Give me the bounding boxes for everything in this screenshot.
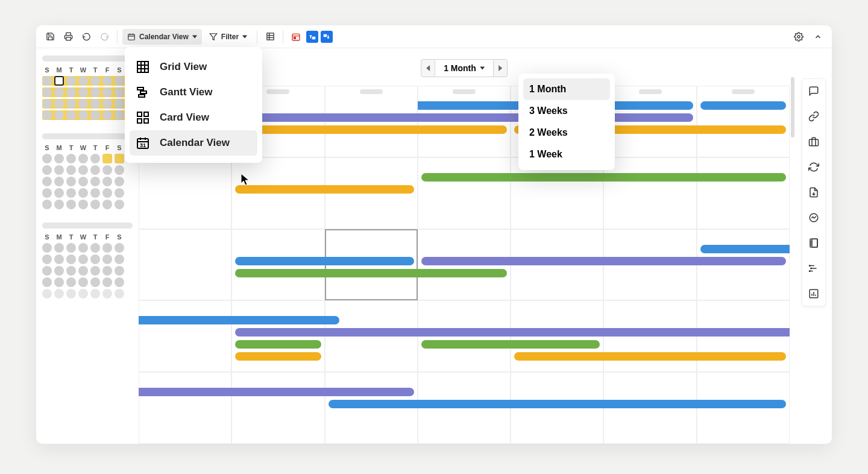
layout-button[interactable] [262, 29, 278, 45]
today-button[interactable] [288, 29, 304, 45]
right-dock [802, 78, 826, 306]
range-dropdown[interactable]: 1 Month [435, 59, 493, 77]
dock-notebook-button[interactable] [805, 235, 822, 251]
grid-view-icon [136, 60, 150, 74]
svg-rect-45 [144, 119, 148, 123]
file-icon [808, 187, 819, 198]
mini-calendar-2[interactable]: S M T W T F S [42, 133, 133, 209]
dow-w: W [78, 144, 88, 151]
save-button[interactable] [42, 29, 58, 45]
caret-down-icon [192, 34, 197, 39]
svg-point-29 [810, 271, 811, 272]
dock-gantt-button[interactable] [805, 260, 822, 277]
event-bar[interactable] [514, 352, 786, 361]
event-bar[interactable] [421, 173, 786, 182]
mini-calendar-1[interactable]: S M T W T F S [42, 55, 133, 120]
dock-export-button[interactable] [805, 184, 822, 201]
dow-s: S [42, 144, 52, 151]
sort-desc-icon [323, 33, 330, 40]
event-bar[interactable] [235, 328, 790, 337]
app-window: Calendar View Filter [36, 25, 832, 444]
svg-text:31: 31 [140, 142, 146, 148]
dock-attachments-button[interactable] [805, 108, 822, 125]
svg-rect-6 [267, 33, 274, 40]
dock-activity-button[interactable] [805, 209, 822, 226]
save-icon [46, 32, 55, 41]
dock-sync-button[interactable] [805, 159, 822, 175]
event-bar[interactable] [139, 316, 339, 324]
event-bar[interactable] [421, 340, 600, 349]
dow-f: F [102, 233, 112, 241]
view-option-card[interactable]: Card View [130, 105, 257, 130]
filter-dropdown[interactable]: Filter [204, 29, 252, 45]
event-bar[interactable] [235, 185, 414, 194]
event-bar[interactable] [235, 257, 414, 265]
event-bar[interactable] [235, 340, 321, 349]
svg-point-15 [797, 36, 800, 38]
event-bar[interactable] [700, 245, 790, 253]
dow-w: W [78, 66, 88, 74]
view-option-gantt[interactable]: Gantt View [130, 80, 257, 105]
dow-t2: T [90, 66, 100, 74]
range-option-1week[interactable]: 1 Week [523, 144, 610, 165]
svg-rect-41 [139, 95, 145, 97]
sort-ascending-button[interactable] [306, 31, 318, 43]
scrollbar[interactable] [791, 77, 794, 137]
mouse-cursor [241, 174, 251, 186]
view-switcher-menu: Grid View Gantt View Card View 31 Calend… [125, 47, 262, 163]
next-period-button[interactable] [493, 59, 508, 77]
redo-button[interactable] [96, 29, 112, 45]
print-button[interactable] [60, 29, 76, 45]
view-option-label: Grid View [160, 61, 207, 73]
range-option-3weeks[interactable]: 3 Weeks [523, 100, 610, 122]
chevron-left-icon [426, 65, 430, 71]
toolbar-separator [283, 30, 283, 43]
svg-rect-20 [812, 239, 817, 247]
dock-comments-button[interactable] [805, 83, 822, 100]
event-bar[interactable] [700, 101, 786, 110]
chevron-right-icon [498, 65, 503, 71]
dock-chart-button[interactable] [805, 285, 822, 302]
mini-calendar-title-placeholder [42, 133, 133, 139]
view-option-label: Card View [160, 112, 209, 124]
range-option-2weeks[interactable]: 2 Weeks [523, 122, 610, 144]
svg-marker-5 [210, 33, 217, 40]
collapse-button[interactable] [810, 29, 826, 45]
date-range-navigator: 1 Month [421, 59, 508, 77]
svg-rect-16 [810, 139, 819, 146]
event-bar[interactable] [421, 257, 786, 265]
calendar-view-icon: 31 [136, 136, 150, 150]
dock-portfolio-button[interactable] [805, 133, 822, 150]
sort-descending-button[interactable] [321, 31, 333, 43]
svg-rect-43 [144, 112, 148, 116]
dow-t: T [66, 233, 76, 241]
dow-s: S [42, 233, 52, 241]
dow-t2: T [90, 144, 100, 151]
event-bar[interactable] [235, 352, 321, 361]
dow-s2: S [115, 66, 124, 74]
comment-icon [808, 86, 819, 96]
settings-button[interactable] [791, 29, 807, 45]
undo-button[interactable] [78, 29, 94, 45]
event-bar[interactable] [329, 400, 786, 408]
notebook-icon [808, 238, 819, 248]
view-option-calendar[interactable]: 31 Calendar View [130, 130, 257, 156]
range-option-1month[interactable]: 1 Month [523, 78, 610, 100]
view-switcher-dropdown[interactable]: Calendar View [122, 29, 202, 45]
dow-m: M [54, 66, 64, 74]
prev-period-button[interactable] [421, 59, 435, 77]
event-bar[interactable] [231, 125, 507, 134]
sync-icon [808, 162, 819, 172]
range-option-label: 3 Weeks [529, 106, 568, 116]
event-bar[interactable] [231, 113, 693, 122]
mini-calendar-3[interactable]: S M T W T F S [42, 223, 133, 299]
view-option-grid[interactable]: Grid View [130, 54, 257, 80]
event-bar[interactable] [139, 388, 414, 396]
svg-rect-34 [137, 62, 148, 72]
range-option-label: 1 Month [529, 84, 566, 95]
dow-f: F [102, 144, 112, 151]
svg-rect-44 [137, 119, 142, 123]
activity-icon [808, 212, 819, 223]
dow-m: M [54, 233, 64, 241]
event-bar[interactable] [235, 269, 507, 277]
